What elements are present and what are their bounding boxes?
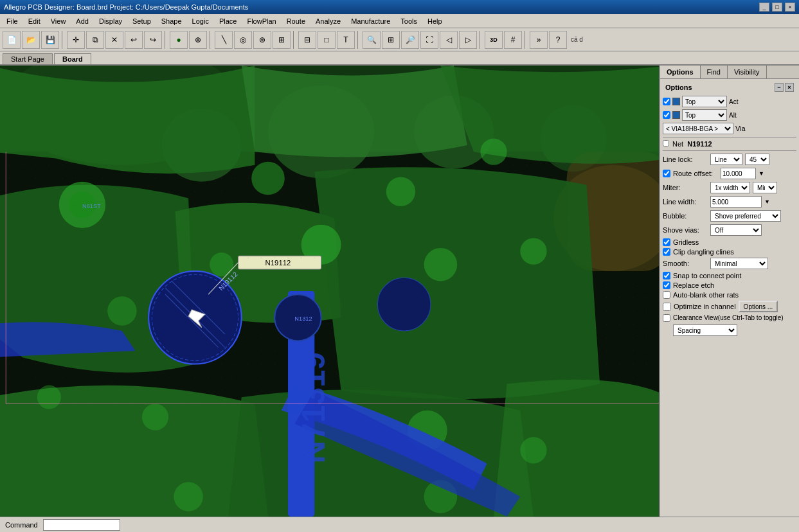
undo-btn[interactable]: ↩	[125, 31, 143, 49]
panel-tab-visibility[interactable]: Visibility	[728, 66, 767, 78]
replaceetch-checkbox[interactable]	[663, 281, 670, 289]
net-row: Net N19112	[663, 140, 796, 148]
via-select[interactable]: < VIA18H8-BGA >	[663, 123, 733, 134]
menu-manufacture[interactable]: Manufacture	[346, 16, 395, 26]
menu-tools[interactable]: Tools	[395, 16, 422, 26]
help-icon-btn[interactable]: ?	[549, 31, 567, 49]
spacing-select[interactable]: Spacing Design	[673, 324, 737, 336]
smooth-select[interactable]: Minimal Full None	[710, 258, 768, 269]
optimizechannel-options-btn[interactable]: Options ...	[739, 301, 778, 312]
menu-help[interactable]: Help	[422, 16, 447, 26]
more-btn[interactable]: »	[530, 31, 548, 49]
zoom-prev-btn[interactable]: ◁	[440, 31, 458, 49]
tab-startpage[interactable]: Start Page	[3, 53, 53, 64]
line-btn[interactable]: ╲	[215, 31, 233, 49]
sep5	[357, 31, 360, 49]
text-btn[interactable]: T	[337, 31, 355, 49]
panel-tab-options[interactable]: Options	[660, 66, 701, 78]
bubble-select[interactable]: Shove preferred Hug preferred None	[710, 210, 781, 222]
linelock-type-select[interactable]: Line Arc	[710, 154, 742, 165]
new-btn[interactable]: 📄	[3, 31, 21, 49]
linewidth-input[interactable]	[710, 196, 762, 208]
divider1	[663, 137, 796, 137]
grid-btn[interactable]: #	[504, 31, 522, 49]
sep4	[293, 31, 296, 49]
menu-edit[interactable]: Edit	[23, 16, 46, 26]
command-input[interactable]	[43, 519, 120, 531]
panel-minimize-btn[interactable]: −	[775, 83, 784, 92]
panel-tab-find[interactable]: Find	[701, 66, 728, 78]
pin-btn[interactable]: ⊟	[298, 31, 316, 49]
menu-view[interactable]: View	[46, 16, 71, 26]
zoom-area-btn[interactable]: ⊞	[382, 31, 400, 49]
close-btn[interactable]: ×	[785, 3, 795, 12]
redo-btn[interactable]: ↪	[144, 31, 162, 49]
clearanceview-checkbox[interactable]	[663, 314, 670, 322]
save-btn[interactable]: 💾	[41, 31, 59, 49]
menu-place[interactable]: Place	[214, 16, 242, 26]
miter-type-select[interactable]: 1x width 2x width	[710, 182, 750, 193]
menu-flowplan[interactable]: FlowPlan	[242, 16, 281, 26]
clipdangling-checkbox[interactable]	[663, 248, 670, 256]
minimize-btn[interactable]: _	[759, 3, 769, 12]
autoblank-label: Auto-blank other rats	[673, 291, 739, 299]
shovevia-row: Shove vias: Off On	[663, 224, 796, 236]
zoom-out-btn[interactable]: 🔎	[401, 31, 419, 49]
shape-btn[interactable]: ◎	[234, 31, 252, 49]
routeoffset-unit: ▼	[759, 170, 764, 177]
linelock-angle-select[interactable]: 45 90	[745, 154, 769, 165]
gridless-checkbox[interactable]	[663, 238, 670, 246]
tab-board[interactable]: Board	[54, 53, 91, 64]
optimizechannel-label: Optimize in channel	[674, 303, 736, 310]
layer2-checkbox[interactable]	[663, 111, 670, 119]
menu-analyze[interactable]: Analyze	[310, 16, 346, 26]
menu-logic[interactable]: Logic	[187, 16, 214, 26]
route-target-btn[interactable]: ⊕	[189, 31, 207, 49]
component-btn[interactable]: □	[318, 31, 336, 49]
pcb-canvas: N19112 N19112 N71319 N61ST N1312	[0, 66, 659, 517]
smooth-label: Smooth:	[663, 260, 708, 267]
snapconnect-checkbox[interactable]	[663, 272, 670, 279]
miter-min-select[interactable]: Min Max	[753, 182, 777, 193]
zoom-fit-btn[interactable]: ⛶	[420, 31, 438, 49]
layer1-select[interactable]: Top Bottom	[682, 96, 727, 107]
routeoffset-input[interactable]	[721, 168, 756, 179]
menu-display[interactable]: Display	[94, 16, 127, 26]
copy-btn[interactable]: ⧉	[86, 31, 104, 49]
menu-bar: File Edit View Add Display Setup Shape L…	[0, 14, 799, 28]
status-bar: Command	[0, 517, 799, 532]
menu-shape[interactable]: Shape	[156, 16, 187, 26]
spacing-row: Spacing Design	[673, 324, 796, 336]
move-btn[interactable]: ✛	[67, 31, 85, 49]
canvas-area[interactable]: N19112 N19112 N71319 N61ST N1312	[0, 66, 659, 517]
routeoffset-row: Route offset: ▼	[663, 168, 796, 179]
zoom-in-btn[interactable]: 🔍	[363, 31, 381, 49]
panel-close-btn[interactable]: ×	[785, 83, 794, 92]
autoblank-checkbox[interactable]	[663, 291, 670, 299]
optimizechannel-checkbox[interactable]	[663, 303, 671, 311]
svg-text:N1312: N1312	[294, 315, 312, 322]
options-label: Options	[665, 84, 692, 91]
via-row: < VIA18H8-BGA > Via	[663, 123, 796, 134]
layer1-checkbox[interactable]	[663, 98, 670, 105]
menu-route[interactable]: Route	[282, 16, 310, 26]
menu-add[interactable]: Add	[71, 16, 94, 26]
net-pencil-icon[interactable]	[663, 140, 669, 146]
panel-title-buttons: − ×	[775, 83, 794, 92]
autoblank-row: Auto-blank other rats	[663, 291, 796, 299]
via-btn[interactable]: ⊛	[253, 31, 271, 49]
3d-btn[interactable]: 3D	[485, 31, 503, 49]
maximize-btn[interactable]: □	[772, 3, 782, 12]
shovevia-select[interactable]: Off On	[710, 224, 762, 236]
tab-bar: Start Page Board	[0, 51, 799, 66]
zoom-next-btn[interactable]: ▷	[459, 31, 477, 49]
layer2-select[interactable]: Top Bottom	[682, 109, 727, 121]
menu-setup[interactable]: Setup	[127, 16, 156, 26]
menu-file[interactable]: File	[1, 16, 23, 26]
delete-btn[interactable]: ✕	[105, 31, 123, 49]
open-btn[interactable]: 📂	[22, 31, 40, 49]
routeoffset-checkbox[interactable]	[663, 170, 670, 177]
fanout-btn[interactable]: ⊞	[273, 31, 291, 49]
route-add-btn[interactable]: ●	[170, 31, 188, 49]
gridless-row: Gridless	[663, 238, 796, 246]
